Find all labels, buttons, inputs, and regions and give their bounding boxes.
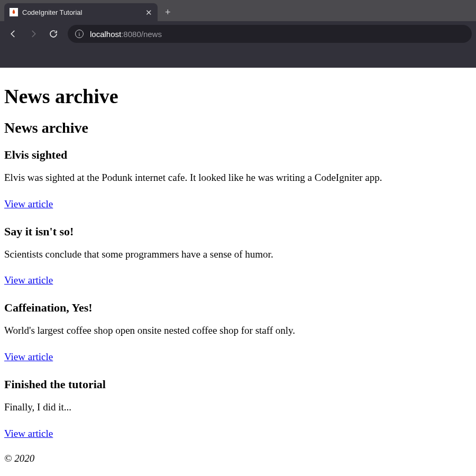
close-icon[interactable]: ✕ bbox=[145, 8, 152, 16]
tab-title: CodeIgniter Tutorial bbox=[22, 8, 141, 16]
url-path: /news bbox=[141, 30, 162, 39]
view-article-link[interactable]: View article bbox=[4, 198, 53, 210]
toolbar: i localhost:8080/news bbox=[0, 21, 476, 47]
browser-chrome: CodeIgniter Tutorial ✕ + i localhost:808… bbox=[0, 0, 476, 68]
info-icon[interactable]: i bbox=[75, 30, 84, 38]
address-bar[interactable]: i localhost:8080/news bbox=[68, 25, 472, 43]
article: Caffeination, Yes! World's largest coffe… bbox=[4, 301, 472, 366]
reload-button[interactable] bbox=[44, 25, 62, 43]
article-title: Elvis sighted bbox=[4, 148, 472, 162]
article: Say it isn't so! Scientists conclude tha… bbox=[4, 225, 472, 290]
browser-sub-bar bbox=[0, 47, 476, 68]
forward-button[interactable] bbox=[24, 25, 42, 43]
article-title: Finished the tutorial bbox=[4, 378, 472, 391]
page-footer: © 2020 bbox=[4, 452, 472, 465]
article: Finished the tutorial Finally, I did it.… bbox=[4, 378, 472, 443]
back-button[interactable] bbox=[4, 25, 22, 43]
flame-icon bbox=[10, 8, 18, 16]
browser-tab[interactable]: CodeIgniter Tutorial ✕ bbox=[4, 3, 158, 21]
article-title: Say it isn't so! bbox=[4, 225, 472, 239]
page-subtitle: News archive bbox=[4, 120, 472, 136]
view-article-link[interactable]: View article bbox=[4, 274, 53, 286]
article-body: Finally, I did it... bbox=[4, 401, 472, 414]
article: Elvis sighted Elvis was sighted at the P… bbox=[4, 148, 472, 213]
page-content: News archive News archive Elvis sighted … bbox=[0, 68, 476, 476]
url-host: localhost bbox=[90, 30, 121, 39]
article-title: Caffeination, Yes! bbox=[4, 301, 472, 315]
new-tab-button[interactable]: + bbox=[165, 7, 171, 17]
article-body: World's largest coffee shop open onsite … bbox=[4, 324, 472, 337]
view-article-link[interactable]: View article bbox=[4, 351, 53, 363]
tab-strip: CodeIgniter Tutorial ✕ + bbox=[0, 0, 476, 21]
view-article-link[interactable]: View article bbox=[4, 428, 53, 440]
article-body: Scientists conclude that some programmer… bbox=[4, 248, 472, 261]
page-title: News archive bbox=[4, 85, 472, 108]
article-body: Elvis was sighted at the Podunk internet… bbox=[4, 171, 472, 185]
url-port: :8080 bbox=[121, 30, 141, 39]
